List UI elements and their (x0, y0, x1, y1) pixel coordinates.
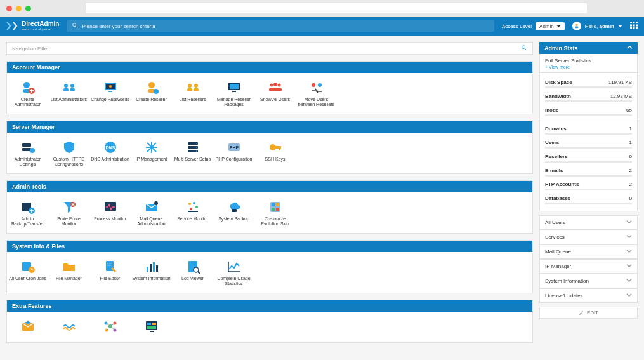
tile-brute-force-monitor[interactable]: Brute Force Monitor (48, 197, 89, 228)
tile-complete-usage-statistics[interactable]: Complete Usage Statistics (213, 257, 254, 288)
hello-user: admin (599, 23, 614, 29)
access-level-label: Access Level (502, 23, 532, 29)
logo-icon (6, 22, 19, 30)
progress-bar (545, 100, 632, 102)
tile-all-user-cron-jobs[interactable]: All User Cron Jobs (7, 257, 48, 288)
tile-multi-server-setup[interactable]: Multi Server Setup (172, 138, 213, 168)
bars-icon (132, 258, 171, 275)
tile-label: Create Reseller (132, 97, 171, 102)
tile-process-monitor[interactable]: Process Monitor (89, 197, 131, 228)
user-menu[interactable]: Hello, admin (572, 22, 622, 30)
tile-label: DNS Administration (91, 157, 129, 162)
tile-label: System Backup (214, 217, 253, 222)
tile-custom-httpd-configurations[interactable]: Custom HTTPD Configurations (48, 138, 89, 168)
tile-change-passwords[interactable]: Change Passwords (89, 78, 131, 109)
users-icon (49, 79, 88, 96)
traffic-light-min[interactable] (16, 6, 22, 11)
global-search[interactable] (67, 20, 494, 32)
molecule-icon (91, 318, 129, 335)
admin-stats-header[interactable]: Admin Stats (539, 42, 638, 54)
stat-key: Databases (545, 196, 570, 201)
edit-button[interactable]: EDIT (539, 307, 638, 319)
stat-row: Bandwidth12.93 MB (545, 91, 632, 100)
tile-customize-evolution-skin[interactable]: Customize Evolution Skin (254, 197, 296, 228)
tile-move-users-between-resellers[interactable]: Move Users between Resellers (296, 78, 337, 109)
admin-stats-panel: Admin Stats Full Server Statistics + Vie… (539, 42, 638, 211)
users-orange-icon (173, 79, 212, 96)
tile-label: List Resellers (173, 97, 212, 102)
tile-manage-reseller-packages[interactable]: Manage Reseller Packages (213, 78, 254, 109)
tile-log-viewer[interactable]: Log Viewer (172, 257, 213, 288)
tile-system-backup[interactable]: System Backup (213, 197, 254, 228)
tile-ssh-keys[interactable]: SSH Keys (254, 138, 296, 168)
tile-label: Complete Usage Statistics (214, 276, 253, 286)
brand-logo[interactable]: DirectAdmin web control panel (6, 21, 59, 31)
tile-admin-backup-transfer[interactable]: Admin Backup/Transfer (7, 197, 48, 228)
tile-show-all-users[interactable]: Show All Users (254, 78, 296, 109)
tile-create-reseller[interactable]: Create Reseller (131, 78, 172, 109)
accordion-all-users[interactable]: All Users (539, 215, 638, 230)
brand-title: DirectAdmin (22, 21, 59, 27)
apps-grid-icon[interactable] (630, 22, 638, 30)
access-level-select[interactable]: Admin (536, 22, 565, 30)
tile-list-administrators[interactable]: List Administrators (48, 78, 89, 109)
accordion-ip-manager[interactable]: IP Manager (539, 259, 638, 274)
traffic-light-close[interactable] (6, 6, 12, 11)
tile-list-resellers[interactable]: List Resellers (172, 78, 213, 109)
tile-label: Customize Evolution Skin (256, 217, 294, 227)
tile-administrator-settings[interactable]: Administrator Settings (7, 138, 48, 168)
tile-php-configuration[interactable]: PHP Configuration (213, 138, 254, 168)
tile-dns-administration[interactable]: DNS Administration (89, 138, 131, 168)
tile-ip-management[interactable]: IP Management (131, 138, 172, 168)
svg-line-108 (525, 48, 527, 50)
stat-key: E-mails (545, 168, 563, 173)
tile-waves[interactable] (48, 317, 89, 337)
progress-bar (545, 189, 632, 190)
search-icon (72, 22, 78, 30)
tile-dashboard[interactable] (131, 317, 172, 337)
hello-prefix: Hello, (585, 23, 598, 29)
navigation-filter[interactable] (6, 42, 533, 55)
progress-bar (545, 133, 632, 135)
stat-row: Inode65 (545, 105, 632, 114)
file-edit-icon (91, 258, 129, 275)
stat-key: Users (545, 140, 559, 145)
accordion-label: Services (545, 234, 565, 240)
tile-label: Log Viewer (173, 276, 212, 281)
section-header: Extra Features (7, 300, 532, 312)
tile-label: File Manager (49, 276, 88, 281)
tile-label: SSH Keys (256, 157, 294, 162)
svg-point-96 (575, 24, 577, 26)
user-gear-icon (132, 79, 171, 96)
svg-point-107 (522, 46, 525, 49)
tile-system-information[interactable]: System Information (131, 257, 172, 288)
tile-mail-queue-administration[interactable]: Mail Queue Administration (131, 197, 172, 228)
php-icon (214, 139, 253, 156)
accordion-license-updates[interactable]: License/Updates (539, 288, 638, 303)
funnel-x-icon (49, 199, 88, 215)
tile-mail-star[interactable] (7, 317, 48, 337)
chevron-down-icon (626, 292, 632, 299)
progress-bar (545, 114, 632, 116)
chevron-down-icon (626, 248, 632, 255)
access-level-value: Admin (539, 23, 554, 29)
accordion-services[interactable]: Services (539, 230, 638, 244)
accordion-mail-queue[interactable]: Mail Queue (539, 244, 638, 259)
accordion-label: System Information (545, 278, 589, 284)
tile-file-editor[interactable]: File Editor (89, 257, 131, 288)
accordion-system-information[interactable]: System Information (539, 274, 638, 288)
tile-create-administrator[interactable]: Create Administrator (7, 78, 48, 109)
url-bar[interactable] (86, 3, 587, 13)
full-server-stats-link[interactable]: Full Server Statistics (545, 58, 632, 63)
tile-service-monitor[interactable]: Service Monitor (172, 197, 213, 228)
view-more-link[interactable]: + View more (545, 65, 570, 69)
stat-value: 1 (629, 140, 632, 145)
tile-molecule[interactable] (89, 317, 131, 337)
tile-label: Change Passwords (91, 97, 129, 102)
graph-icon (214, 258, 253, 275)
tile-file-manager[interactable]: File Manager (48, 257, 89, 288)
waves-icon (49, 318, 88, 335)
global-search-input[interactable] (82, 23, 489, 29)
navigation-filter-input[interactable] (12, 46, 521, 51)
traffic-light-max[interactable] (25, 6, 31, 11)
